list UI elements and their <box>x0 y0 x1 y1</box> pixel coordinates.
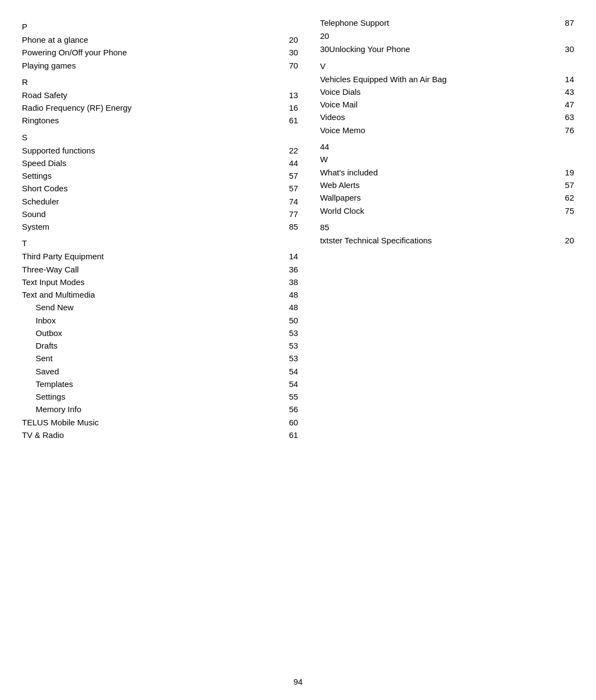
list-item: Outbox 53 <box>22 327 298 339</box>
entry-label: What's included <box>320 166 558 179</box>
list-item: Text and Multimedia 48 <box>22 288 298 301</box>
entry-label: Radio Frequency (RF) Energy <box>22 101 282 114</box>
entry-label: Sound <box>22 208 282 220</box>
entry-label: Powering On/Off your Phone <box>22 46 282 59</box>
list-item: Memory Info 56 <box>22 403 298 416</box>
letter-p: P <box>22 21 298 32</box>
letter-v: V <box>320 60 574 72</box>
list-item: Voice Memo 76 <box>320 124 574 136</box>
entry-label: Playing games <box>22 59 282 72</box>
letter-w: W <box>320 153 574 165</box>
entry-label: TV & Radio <box>22 429 282 441</box>
list-item: Sound 77 <box>22 208 298 220</box>
entry-page: 53 <box>282 352 298 365</box>
entry-page: 20 <box>282 33 298 46</box>
entry-page: 74 <box>282 195 298 208</box>
entry-page: 36 <box>282 263 298 276</box>
entry-page: 61 <box>282 429 298 441</box>
entry-page: 38 <box>282 276 298 288</box>
list-item: txtster Technical Specifications 20 <box>320 234 574 247</box>
entry-page: 44 <box>282 157 298 169</box>
letter-u-line: 20 <box>320 30 574 42</box>
entry-page: 70 <box>282 59 298 72</box>
entry-label: 30Unlocking Your Phone <box>320 43 410 55</box>
list-item: TELUS Mobile Music 60 <box>22 416 298 429</box>
list-item: Third Party Equipment 14 <box>22 250 298 263</box>
entry-label: Third Party Equipment <box>22 250 282 263</box>
entry-label: Short Codes <box>22 182 282 195</box>
list-item: Voice Mail 47 <box>320 98 574 111</box>
entry-page: 16 <box>282 101 298 114</box>
entry-page: 43 <box>558 86 574 98</box>
entry-label: txtster Technical Specifications <box>320 234 558 247</box>
entry-page: 62 <box>558 191 574 204</box>
entry-label: Vehicles Equipped With an Air Bag <box>320 73 558 86</box>
list-item: Playing games 70 <box>22 59 298 72</box>
list-item: Telephone Support 87 <box>320 16 574 29</box>
entry-label: TELUS Mobile Music <box>22 416 282 429</box>
page-number: 94 <box>0 677 596 686</box>
list-item: Three-Way Call 36 <box>22 263 298 276</box>
entry-page: 76 <box>558 124 574 136</box>
list-item: Saved 54 <box>22 365 298 378</box>
letter-s: S <box>22 132 298 143</box>
list-item: Speed Dials 44 <box>22 157 298 169</box>
entry-page: 50 <box>282 314 298 327</box>
list-item: Ringtones 61 <box>22 114 298 127</box>
entry-page: 60 <box>282 416 298 429</box>
list-item: Scheduler 74 <box>22 195 298 208</box>
list-item: Vehicles Equipped With an Air Bag 14 <box>320 73 574 86</box>
entry-page: 57 <box>282 169 298 182</box>
entry-page: 14 <box>282 250 298 263</box>
entry-label: Wallpapers <box>320 191 558 204</box>
entry-page: 14 <box>558 73 574 86</box>
entry-label: Sent <box>36 352 282 365</box>
entry-label: Text Input Modes <box>22 276 282 288</box>
entry-page: 30 <box>282 46 298 59</box>
list-item: 30Unlocking Your Phone 30 <box>320 43 574 55</box>
list-item: Sent 53 <box>22 352 298 365</box>
list-item: World Clock 75 <box>320 204 574 217</box>
entry-label: Ringtones <box>22 114 282 127</box>
entry-label: Settings <box>36 390 282 403</box>
entry-page: 13 <box>282 89 298 101</box>
letter-x-line: 85 <box>320 221 574 233</box>
list-item: System 85 <box>22 220 298 233</box>
entry-label: Videos <box>320 111 558 123</box>
entry-page: 55 <box>282 390 298 403</box>
entry-label: Voice Mail <box>320 98 558 111</box>
entry-page: 57 <box>282 182 298 195</box>
entry-label: Phone at a glance <box>22 33 282 46</box>
entry-label: Text and Multimedia <box>22 288 282 301</box>
list-item: Road Safety 13 <box>22 89 298 101</box>
entry-label: Saved <box>36 365 282 378</box>
entry-label: Road Safety <box>22 89 282 101</box>
entry-page: 54 <box>282 378 298 390</box>
list-item: Videos 63 <box>320 111 574 123</box>
entry-label: Speed Dials <box>22 157 282 169</box>
list-item: Settings 57 <box>22 169 298 182</box>
entry-label: Voice Dials <box>320 86 558 98</box>
list-item: Inbox 50 <box>22 314 298 327</box>
entry-page: 53 <box>282 327 298 339</box>
list-item: Send New 48 <box>22 301 298 314</box>
entry-label: Settings <box>22 169 282 182</box>
entry-label: System <box>22 220 282 233</box>
entry-page: 53 <box>282 339 298 352</box>
entry-label: Templates <box>36 378 282 390</box>
entry-label: World Clock <box>320 204 558 217</box>
right-column: Telephone Support 87 20 30Unlocking Your… <box>309 16 574 441</box>
list-item: Wallpapers 62 <box>320 191 574 204</box>
list-item: Radio Frequency (RF) Energy 16 <box>22 101 298 114</box>
list-item: Text Input Modes 38 <box>22 276 298 288</box>
entry-page: 48 <box>282 288 298 301</box>
list-item: Phone at a glance 20 <box>22 33 298 46</box>
entry-label: Supported functions <box>22 144 282 157</box>
list-item: Short Codes 57 <box>22 182 298 195</box>
entry-page: 19 <box>558 166 574 179</box>
list-item: Voice Dials 43 <box>320 86 574 98</box>
list-item: Supported functions 22 <box>22 144 298 157</box>
list-item: TV & Radio 61 <box>22 429 298 441</box>
entry-page: 48 <box>282 301 298 314</box>
entry-label: Send New <box>36 301 282 314</box>
